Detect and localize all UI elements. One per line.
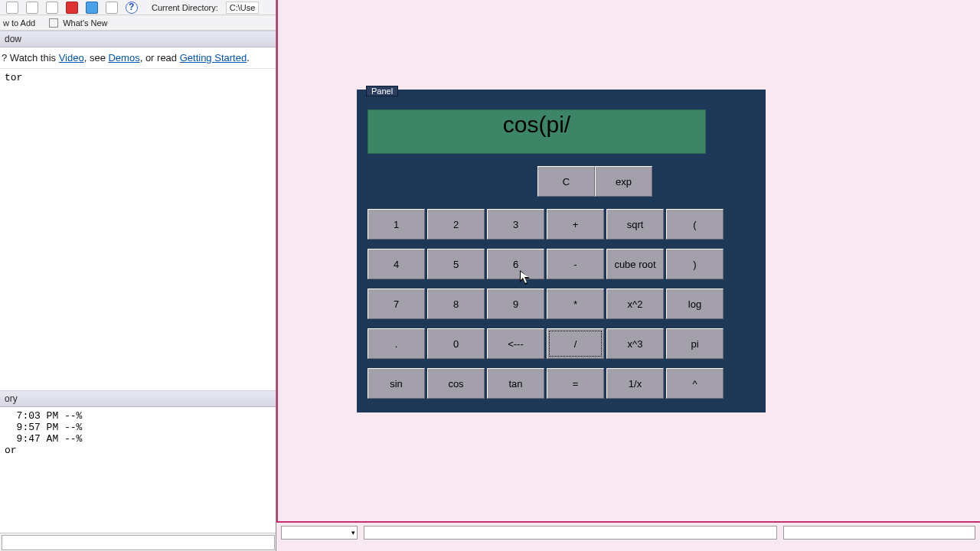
square-button[interactable]: x^2 bbox=[606, 289, 664, 319]
digit-3-button[interactable]: 3 bbox=[487, 209, 544, 240]
host-bottom-bar bbox=[0, 533, 276, 551]
host-bottom-input[interactable] bbox=[2, 535, 275, 550]
getting-started-banner: ? Watch this Video, see Demos, or read G… bbox=[0, 47, 276, 69]
panel-tab[interactable]: Panel bbox=[366, 86, 398, 96]
command-history-title: ory bbox=[5, 393, 18, 404]
command-history-titlebar: ory bbox=[0, 390, 276, 407]
tan-button[interactable]: tan bbox=[487, 368, 544, 399]
sin-button[interactable]: sin bbox=[368, 368, 425, 399]
backspace-button[interactable]: <--- bbox=[487, 328, 544, 359]
toolbar-undo-icon[interactable] bbox=[26, 2, 38, 14]
digit-7-button[interactable]: 7 bbox=[368, 289, 425, 319]
digit-8-button[interactable]: 8 bbox=[427, 289, 485, 319]
clear-button[interactable]: C bbox=[537, 166, 595, 197]
digit-0-button[interactable]: 0 bbox=[427, 328, 485, 359]
cube-button[interactable]: x^3 bbox=[606, 328, 664, 359]
command-history-body[interactable]: 7:03 PM --% 9:57 PM --% 9:47 AM --% or bbox=[0, 407, 276, 459]
open-paren-button[interactable]: ( bbox=[666, 209, 724, 240]
current-directory-label: Current Directory: bbox=[152, 3, 218, 12]
command-window-body[interactable]: tor bbox=[0, 69, 276, 390]
digit-1-button[interactable]: 1 bbox=[368, 209, 425, 240]
reciprocal-button[interactable]: 1/x bbox=[606, 368, 664, 399]
figure-status-strip bbox=[276, 524, 980, 541]
decimal-button[interactable]: . bbox=[368, 328, 425, 359]
cuberoot-button[interactable]: cube root bbox=[606, 249, 664, 279]
digit-6-button[interactable]: 6 bbox=[487, 249, 544, 279]
sqrt-button[interactable]: sqrt bbox=[606, 209, 664, 240]
current-directory-value[interactable]: C:\Use bbox=[226, 2, 260, 14]
status-dropdown[interactable] bbox=[281, 526, 358, 540]
pi-button[interactable]: pi bbox=[666, 328, 724, 359]
link-video[interactable]: Video bbox=[59, 52, 84, 64]
history-line: 9:47 AM --% bbox=[5, 433, 271, 445]
whats-new-icon bbox=[49, 18, 58, 28]
guide-icon[interactable] bbox=[86, 2, 98, 14]
history-line: 9:57 PM --% bbox=[5, 422, 271, 433]
command-window-title: dow bbox=[5, 34, 21, 44]
command-window-titlebar: dow bbox=[0, 31, 276, 47]
close-paren-button[interactable]: ) bbox=[666, 249, 724, 279]
profiler-icon[interactable] bbox=[106, 2, 118, 14]
digit-4-button[interactable]: 4 bbox=[368, 249, 425, 279]
matlab-host-window: Current Directory: C:\Use w to Add What'… bbox=[0, 0, 276, 551]
shortcuts-bar: w to Add What's New bbox=[0, 15, 276, 31]
status-field[interactable] bbox=[364, 526, 777, 540]
shortcut-whats-new[interactable]: What's New bbox=[63, 18, 107, 28]
cos-button[interactable]: cos bbox=[427, 368, 485, 399]
log-button[interactable]: log bbox=[666, 289, 724, 319]
multiply-button[interactable]: * bbox=[547, 289, 604, 319]
equals-button[interactable]: = bbox=[547, 368, 604, 399]
link-demos[interactable]: Demos bbox=[108, 52, 139, 64]
status-field-2[interactable] bbox=[783, 526, 975, 540]
help-icon[interactable] bbox=[126, 2, 138, 14]
power-button[interactable]: ^ bbox=[666, 368, 724, 399]
minus-button[interactable]: - bbox=[547, 249, 604, 279]
calculator-panel: Panel cos(pi/ C exp 1 2 3 + sqrt ( 4 5 6… bbox=[357, 90, 766, 412]
history-line: or bbox=[5, 445, 271, 456]
digit-5-button[interactable]: 5 bbox=[427, 249, 485, 279]
digit-2-button[interactable]: 2 bbox=[427, 209, 485, 240]
toolbar-icon[interactable] bbox=[6, 2, 18, 14]
exp-button[interactable]: exp bbox=[595, 166, 652, 197]
main-toolbar: Current Directory: C:\Use bbox=[0, 0, 276, 15]
plus-button[interactable]: + bbox=[547, 209, 604, 240]
digit-9-button[interactable]: 9 bbox=[487, 289, 544, 319]
link-getting-started[interactable]: Getting Started bbox=[180, 52, 247, 64]
shortcut-how-to-add[interactable]: w to Add bbox=[3, 18, 35, 28]
display-text: cos(pi/ bbox=[503, 112, 570, 138]
calculator-display: cos(pi/ bbox=[368, 109, 706, 154]
history-line: 7:03 PM --% bbox=[5, 410, 271, 422]
divide-button[interactable]: / bbox=[547, 328, 604, 359]
toolbar-redo-icon[interactable] bbox=[46, 2, 58, 14]
command-window-line: tor bbox=[5, 72, 271, 83]
simulink-icon[interactable] bbox=[66, 2, 78, 14]
